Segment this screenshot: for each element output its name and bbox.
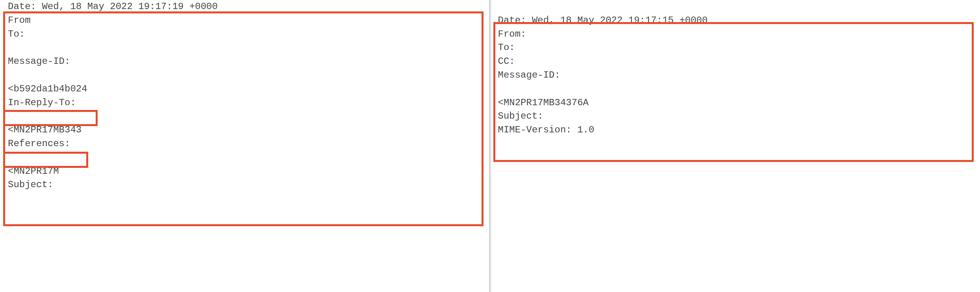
left-pane: Date: Wed, 18 May 2022 19:17:19 +0000 Fr… [0,0,490,292]
date-value: Wed, 18 May 2022 19:17:19 +0000 [42,1,217,12]
highlight-box-right-main [493,22,974,162]
right-pane: Date: Wed, 18 May 2022 19:17:15 +0000 Fr… [490,0,980,292]
highlight-box-inreplyto [3,110,98,126]
highlight-box-references [3,152,88,168]
blank-top [498,0,973,14]
date-label: Date: [8,1,36,12]
